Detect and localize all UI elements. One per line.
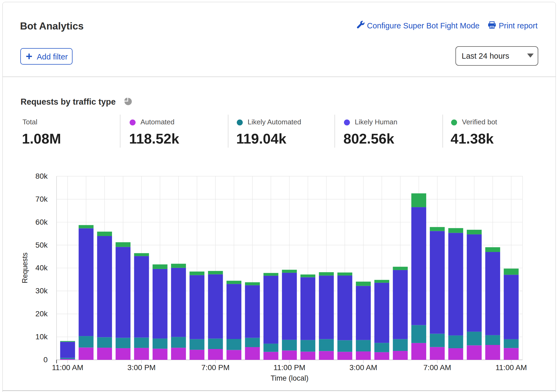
svg-text:30k: 30k bbox=[35, 287, 48, 295]
svg-text:70k: 70k bbox=[35, 195, 48, 203]
svg-text:0: 0 bbox=[43, 356, 48, 364]
svg-text:20k: 20k bbox=[35, 310, 48, 318]
svg-text:50k: 50k bbox=[35, 241, 48, 249]
svg-text:10k: 10k bbox=[35, 333, 48, 341]
svg-text:11:00 AM: 11:00 AM bbox=[52, 363, 83, 372]
svg-text:Time (local): Time (local) bbox=[271, 374, 308, 382]
svg-text:11:00 PM: 11:00 PM bbox=[274, 363, 306, 372]
svg-text:7:00 PM: 7:00 PM bbox=[201, 363, 229, 372]
svg-text:3:00 PM: 3:00 PM bbox=[127, 363, 156, 372]
svg-text:11:00 AM: 11:00 AM bbox=[495, 363, 527, 372]
svg-text:60k: 60k bbox=[35, 218, 48, 226]
svg-text:40k: 40k bbox=[35, 264, 48, 272]
svg-text:3:00 AM: 3:00 AM bbox=[349, 363, 377, 372]
svg-text:7:00 AM: 7:00 AM bbox=[423, 363, 451, 372]
svg-text:Requests: Requests bbox=[21, 253, 29, 283]
svg-text:80k: 80k bbox=[35, 172, 48, 180]
